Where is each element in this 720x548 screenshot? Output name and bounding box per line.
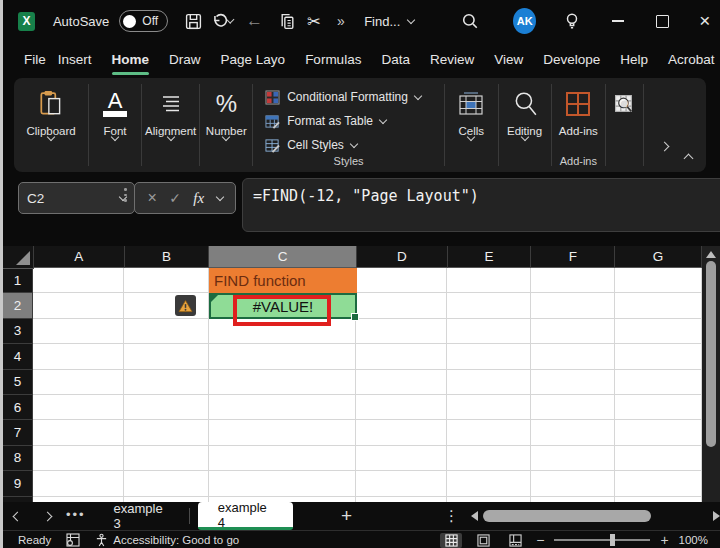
vertical-scrollbar[interactable]: [702, 246, 720, 502]
collapse-ribbon-icon[interactable]: [684, 154, 694, 164]
macro-record-icon[interactable]: [65, 533, 81, 547]
cell-A2[interactable]: [33, 293, 124, 318]
cell-D6[interactable]: [356, 395, 447, 420]
column-header-C[interactable]: C: [209, 246, 357, 268]
close-button[interactable]: ×: [690, 6, 720, 36]
save-icon[interactable]: [180, 6, 207, 36]
cell-G1[interactable]: [615, 268, 702, 293]
number-group[interactable]: % Number: [200, 78, 252, 172]
sheet-options-icon[interactable]: ⋮: [444, 507, 459, 525]
ribbon-scroll-right-icon[interactable]: [660, 141, 670, 151]
cut-icon[interactable]: ✂: [301, 6, 328, 36]
cell-C6[interactable]: [209, 395, 357, 420]
cancel-entry-icon[interactable]: ×: [147, 189, 156, 207]
cell-B3[interactable]: [124, 319, 209, 344]
cell-F8[interactable]: [531, 446, 615, 471]
row-header-2[interactable]: 2: [3, 293, 33, 318]
zoom-in-button[interactable]: +: [660, 532, 668, 548]
cell-A6[interactable]: [33, 395, 124, 420]
page-break-view-button[interactable]: [504, 533, 526, 548]
column-header-E[interactable]: E: [448, 246, 532, 268]
cell-E6[interactable]: [447, 395, 531, 420]
menu-tab-draw[interactable]: Draw: [163, 48, 207, 71]
page-layout-view-button[interactable]: [472, 533, 494, 548]
column-header-B[interactable]: B: [125, 246, 210, 268]
row-header-1[interactable]: 1: [3, 268, 33, 293]
cell-D7[interactable]: [356, 420, 447, 445]
scroll-left-icon[interactable]: [471, 511, 478, 521]
cell-C9[interactable]: [209, 471, 357, 496]
formula-input[interactable]: =FIND(-12, "Page Layout"): [242, 178, 720, 232]
row-header-9[interactable]: 9: [3, 471, 33, 496]
cell-B4[interactable]: [124, 344, 209, 369]
cell-G7[interactable]: [615, 420, 702, 445]
column-header-G[interactable]: G: [615, 246, 702, 268]
cell-D3[interactable]: [356, 319, 447, 344]
fill-handle[interactable]: [351, 313, 359, 321]
column-header-F[interactable]: F: [531, 246, 615, 268]
scroll-right-icon[interactable]: [713, 511, 720, 521]
column-header-D[interactable]: D: [357, 246, 448, 268]
editing-group[interactable]: Editing: [499, 78, 551, 172]
cell-D1[interactable]: [356, 268, 447, 293]
new-sheet-button[interactable]: +: [341, 505, 352, 527]
analyze-data-group[interactable]: @: [606, 78, 643, 172]
row-header-7[interactable]: 7: [3, 420, 33, 445]
cell-D4[interactable]: [356, 344, 447, 369]
select-all-button[interactable]: [3, 246, 34, 269]
row-header-6[interactable]: 6: [3, 395, 33, 420]
maximize-button[interactable]: [647, 6, 677, 36]
menu-tab-develope[interactable]: Develope: [537, 48, 606, 71]
cell-A4[interactable]: [33, 344, 124, 369]
cell-A3[interactable]: [33, 319, 124, 344]
cell-E5[interactable]: [447, 370, 531, 395]
cell-C1-highlight[interactable]: FIND function: [209, 268, 357, 293]
cell-C5[interactable]: [209, 370, 357, 395]
error-trace-button[interactable]: [175, 295, 196, 316]
insert-function-icon[interactable]: fx: [193, 190, 204, 207]
fx-dropdown-icon[interactable]: [215, 192, 223, 200]
cell-F5[interactable]: [531, 370, 615, 395]
cells-group[interactable]: Cells: [445, 78, 498, 172]
cell-G5[interactable]: [615, 370, 702, 395]
zoom-slider[interactable]: [554, 539, 650, 541]
cell-G4[interactable]: [615, 344, 702, 369]
zoom-out-button[interactable]: −: [536, 532, 544, 548]
cell-E7[interactable]: [447, 420, 531, 445]
row-header-8[interactable]: 8: [3, 446, 33, 471]
cell-A9[interactable]: [33, 471, 124, 496]
cell-styles-button[interactable]: Cell Styles: [265, 133, 434, 157]
cell-E4[interactable]: [447, 344, 531, 369]
sheet-nav-right[interactable]: [32, 513, 61, 520]
menu-tab-acrobat[interactable]: Acrobat: [662, 48, 720, 71]
menu-tab-file[interactable]: File: [18, 48, 52, 71]
cell-C7[interactable]: [209, 420, 357, 445]
cell-G6[interactable]: [615, 395, 702, 420]
row-header-3[interactable]: 3: [3, 319, 33, 344]
format-as-table-button[interactable]: Format as Table: [265, 109, 434, 133]
cell-A8[interactable]: [33, 446, 124, 471]
cell-F3[interactable]: [531, 319, 615, 344]
horizontal-scrollbar[interactable]: [471, 510, 720, 522]
minimize-button[interactable]: [603, 6, 633, 36]
sheet-tab-example4[interactable]: example 4: [198, 502, 293, 530]
cell-D9[interactable]: [356, 471, 447, 496]
conditional-formatting-button[interactable]: Conditional Formatting: [265, 85, 434, 109]
addins-group[interactable]: Add-ins Add-ins: [551, 78, 605, 172]
cell-F7[interactable]: [531, 420, 615, 445]
accessibility-status[interactable]: Accessibility: Good to go: [95, 533, 239, 547]
cell-F1[interactable]: [531, 268, 615, 293]
confirm-entry-icon[interactable]: ✓: [169, 190, 181, 206]
zoom-slider-thumb[interactable]: [610, 534, 615, 546]
more-commands-icon[interactable]: »: [327, 6, 354, 36]
cell-G8[interactable]: [615, 446, 702, 471]
menu-tab-view[interactable]: View: [488, 48, 529, 71]
scroll-up-icon[interactable]: [706, 251, 716, 258]
vertical-scroll-thumb[interactable]: [706, 261, 716, 447]
cell-C4[interactable]: [209, 344, 357, 369]
cell-B9[interactable]: [124, 471, 209, 496]
menu-tab-help[interactable]: Help: [614, 48, 654, 71]
normal-view-button[interactable]: [440, 533, 462, 548]
autosave-toggle[interactable]: Off: [119, 10, 168, 32]
cell-D5[interactable]: [356, 370, 447, 395]
